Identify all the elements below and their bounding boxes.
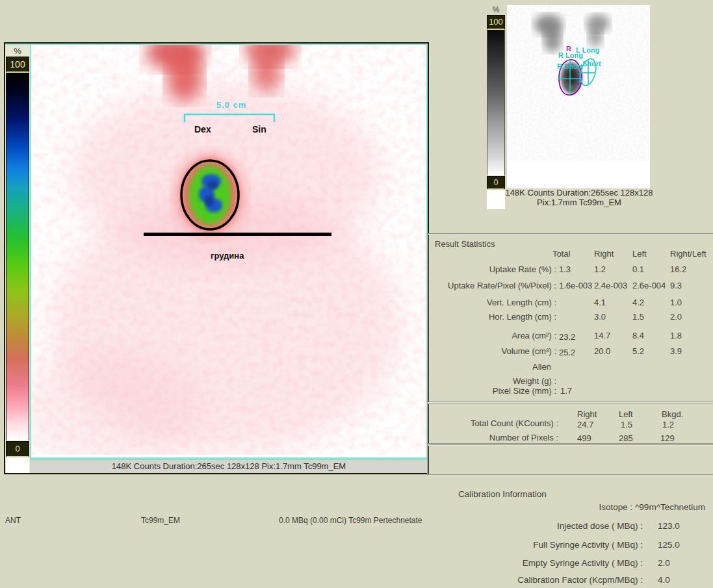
row-label: Uptake Rate/Pixel (%/Pixel) : (428, 281, 556, 290)
dex-label: Dex (194, 124, 211, 134)
empty-syringe-value: 2.0 (658, 558, 670, 568)
cell-left: 2.6e-004 (632, 281, 666, 290)
main-image-caption: 148K Counts Duration:265sec 128x128 Pix:… (30, 459, 428, 473)
thumb-scintigram-svg (507, 5, 650, 188)
row-label: Area (cm²) : (428, 331, 556, 340)
cell-total: 25.2 (559, 348, 575, 357)
thumb-scale-lower-level[interactable]: 0 (487, 176, 505, 190)
view-orientation-label: ANT (5, 516, 21, 525)
calibration-factor-label: Calibration Factor (Kcpm/MBq) : (428, 575, 643, 585)
cell-left: 0.1 (632, 264, 644, 274)
cell-total: 1.6e-003 (559, 281, 592, 290)
row-label: Volume (cm³) : (428, 346, 556, 356)
cell-total: 1.3 (559, 264, 571, 274)
count-col-right: Right (577, 409, 597, 419)
cell-ratio: 1.8 (670, 331, 682, 340)
dose-info-label: 0.0 MBq (0.00 mCi) Tc99m Pertechnetate (279, 516, 422, 525)
num-pixels-label: Number of Pixels : (428, 433, 558, 442)
cell-total: 23.2 (559, 332, 575, 342)
thumb-scale-unit-label: % (486, 5, 506, 14)
num-pixels-left: 285 (619, 433, 633, 443)
roi-label-r-short: R Short (557, 62, 583, 70)
thumb-caption-line1: 148K Counts Duration:265sec 128x128 (494, 188, 664, 198)
cell-ratio: 2.0 (670, 312, 682, 322)
total-count-label: Total Count (KCounts) : (428, 418, 558, 428)
statistics-area: Result Statistics Total Right Left Right… (428, 235, 713, 459)
empty-syringe-label: Empty Syringe Activity ( MBq) : (428, 558, 643, 568)
cell-ratio: 9.3 (670, 281, 682, 290)
thumb-image-viewport[interactable]: R L Long R Long Short R Short (507, 5, 650, 188)
full-syringe-label: Full Syringe Activity ( MBq) : (428, 540, 643, 550)
result-statistics-title: Result Statistics (435, 239, 495, 249)
method-label: Allen (532, 362, 551, 372)
count-col-bkgd: Bkgd. (662, 409, 683, 419)
main-scale-unit-label: % (5, 45, 30, 56)
col-header-right-left: Right/Left (670, 249, 707, 259)
main-color-scale: % 100 0 (5, 44, 30, 473)
sternum-label: грудина (211, 251, 244, 261)
sternum-line[interactable] (144, 233, 331, 236)
thyroid-uptake-study-screen: { "app": {"background": "#d9d9c3", "acce… (0, 0, 713, 588)
sin-label: Sin (252, 124, 266, 134)
count-col-left: Left (619, 409, 633, 419)
main-scale-background-swatch (6, 457, 29, 473)
thumb-caption-line2: Pix:1.7mm Tc99m_EM (494, 198, 664, 208)
injected-dose-value: 123.0 (658, 521, 680, 531)
cell-right: 2.4e-003 (594, 281, 627, 290)
isotope-label: Isotope : (599, 502, 632, 512)
cell-right: 14.7 (594, 331, 610, 340)
calibration-factor-value: 4.0 (658, 575, 670, 585)
col-header-total: Total (552, 249, 570, 259)
num-pixels-bkgd: 129 (660, 433, 675, 443)
main-color-gradient-bar (6, 73, 29, 441)
num-pixels-right: 499 (577, 433, 591, 443)
cell-right: 1.2 (594, 264, 606, 274)
row-label: Vert. Length (cm) : (428, 298, 556, 307)
thumb-scale-upper-level[interactable]: 100 (487, 15, 505, 30)
calibration-area: Calibration Information Isotope : ^99m^T… (428, 484, 713, 588)
protocol-label: Tc99m_EM (141, 516, 180, 525)
cell-left: 1.5 (632, 312, 644, 322)
main-image-panel: % 100 0 (4, 42, 429, 474)
main-scale-upper-level[interactable]: 100 (6, 57, 29, 73)
cell-left: 4.2 (632, 298, 644, 307)
thyroid-hot-spot (176, 155, 244, 235)
cell-ratio: 1.0 (670, 298, 682, 307)
row-label: Uptake Rate (%) : (428, 264, 556, 274)
measurement-label: 5.0 cm (212, 100, 251, 110)
main-scale-lower-level[interactable]: 0 (6, 441, 29, 457)
roi-label-r-long: R Long (558, 51, 583, 59)
cell-right: 4.1 (594, 298, 606, 307)
total-count-right: 24.7 (577, 420, 593, 429)
cell-right: 20.0 (594, 346, 610, 356)
cell-right: 3.0 (594, 312, 606, 322)
col-header-left: Left (632, 249, 647, 259)
pixel-size-value: 1.7 (560, 386, 572, 396)
cell-left: 5.2 (632, 346, 644, 356)
isotope-line: Isotope : ^99m^Technetium (428, 502, 705, 512)
injected-dose-label: Injected dose ( MBq) : (428, 521, 643, 531)
cell-left: 8.4 (632, 331, 644, 340)
thumb-image-caption: 148K Counts Duration:265sec 128x128 Pix:… (494, 188, 664, 207)
calibration-title: Calibration Information (458, 489, 547, 499)
weight-label: Weight (g) : (428, 376, 556, 386)
row-label: Hor. Length (cm) : (428, 312, 556, 322)
roi-label-short: Short (582, 60, 601, 68)
pixel-size-label: Pixel Size (mm) : (428, 386, 556, 396)
total-count-left: 1.5 (621, 420, 632, 429)
thumb-gray-gradient-bar (487, 30, 505, 175)
cell-ratio: 16.2 (670, 264, 686, 274)
cell-ratio: 3.9 (670, 346, 682, 356)
full-syringe-value: 125.0 (658, 540, 680, 550)
main-image-viewport[interactable]: 5.0 cm Dex Sin грудина (30, 44, 428, 459)
thumb-gray-scale: % 100 0 (486, 5, 506, 209)
isotope-value: ^99m^Technetium (635, 502, 705, 512)
col-header-right: Right (594, 249, 614, 259)
total-count-bkgd: 1.2 (662, 420, 674, 429)
